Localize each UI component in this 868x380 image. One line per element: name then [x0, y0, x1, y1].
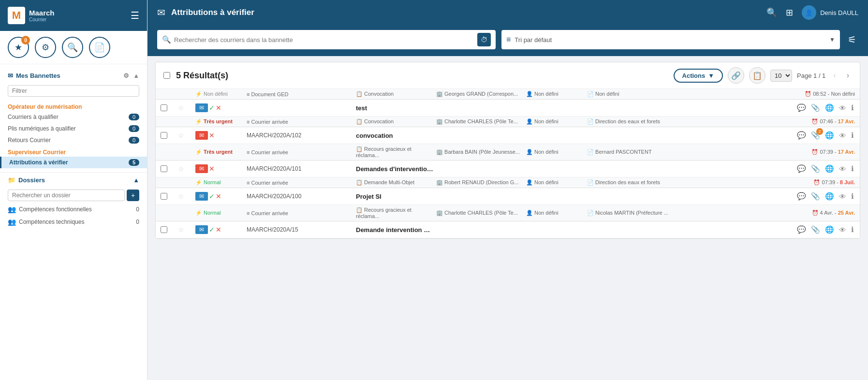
users-icon: 👥	[8, 205, 16, 213]
row5-env-blue: ✉	[195, 225, 208, 234]
row2-comment-icon[interactable]: 💬	[796, 130, 807, 141]
search-input[interactable]	[174, 36, 477, 44]
folders-header[interactable]: 📁 Dossiers ▲	[0, 172, 147, 188]
row5-info-icon[interactable]: ℹ	[850, 224, 855, 235]
favorites-button[interactable]: ★ 0	[8, 37, 29, 58]
copy-button[interactable]: 📋	[749, 67, 765, 84]
row2-actions: 💬 📎 2 🌐 👁 ℹ	[677, 130, 855, 141]
results-panel: 5 Résultat(s) Actions ▼ 🔗 📋 10 25 50 Pag…	[155, 62, 860, 239]
page-info: Page 1 / 1	[797, 72, 825, 79]
row5-tree-icon[interactable]: 🌐	[824, 224, 835, 235]
prev-page-button[interactable]: ‹	[830, 70, 839, 81]
row2-info-icon[interactable]: ℹ	[850, 130, 855, 141]
col-time-5: ⏰ 4 Avr. - 25 Avr.	[677, 210, 855, 216]
sidebar-item-comp-tech[interactable]: 👥 Compétences techniques 0	[0, 216, 147, 228]
row4-star[interactable]: ☆	[178, 192, 192, 200]
folder-add-button[interactable]: +	[127, 190, 139, 201]
row5-actions: 💬 📎 🌐 👁 ℹ	[677, 224, 855, 235]
col-priority-3: ⚡ Très urgent	[195, 149, 244, 155]
search-button[interactable]: 🔍	[62, 37, 83, 58]
row5-comment-icon[interactable]: 💬	[796, 224, 807, 235]
row5-attach-icon[interactable]: 📎	[810, 224, 821, 235]
col-sender-5: 🏢 Charlotte CHARLES (Pôle Te...	[436, 210, 523, 216]
grid-nav-icon[interactable]: ⊞	[786, 7, 793, 18]
row4-checkbox[interactable]	[161, 193, 167, 200]
row5-eye-icon[interactable]: 👁	[838, 225, 847, 235]
top-nav: ✉ Attributions à vérifier 🔍 ⊞ 👤 Denis DA…	[147, 0, 868, 25]
col-time-1: ⏰ 08:52 - Non défini	[677, 91, 855, 97]
folder-chevron-icon[interactable]: ▲	[133, 176, 139, 184]
row1-star[interactable]: ☆	[178, 104, 192, 112]
col-category-2: 📋 Convocation	[356, 118, 433, 125]
col-sender-4: 🏢 Robert RENAUD (Direction G...	[436, 179, 523, 186]
search-icon: 🔍	[162, 35, 171, 44]
row3-tree-icon[interactable]: 🌐	[824, 163, 835, 174]
col-sender-3: 🏢 Barbara BAIN (Pôle Jeunesse...	[436, 149, 523, 155]
row1-checkbox[interactable]	[161, 104, 167, 111]
results-right: Actions ▼ 🔗 📋 10 25 50 Page 1 / 1 ‹ ›	[674, 67, 852, 84]
gear-icon[interactable]: ⚙	[123, 72, 129, 79]
filter-icon[interactable]: ⚟	[846, 32, 858, 47]
row3-star[interactable]: ☆	[178, 165, 192, 173]
sidebar-item-qualifier[interactable]: Courriers à qualifier 0	[0, 111, 147, 123]
row1-icons: ✉ ✓ ✕	[195, 103, 244, 112]
row3-actions: 💬 📎 🌐 👁 ℹ	[677, 163, 855, 174]
settings-button[interactable]: ⚙	[35, 37, 56, 58]
col-entity-4: 📄 Direction des eaux et forets	[587, 179, 674, 186]
row2-star[interactable]: ☆	[178, 132, 192, 139]
filter-input[interactable]	[8, 85, 139, 97]
hamburger-icon[interactable]: ☰	[131, 10, 139, 21]
row2-eye-icon[interactable]: 👁	[838, 131, 847, 141]
sort-select-wrap[interactable]: ≡ Tri par défaut ▼	[501, 30, 840, 49]
row1-tree-icon[interactable]: 🌐	[824, 102, 835, 113]
sidebar-item-comp-fonc[interactable]: 👥 Compétences fonctionnelles 0	[0, 203, 147, 216]
filter-wrap	[0, 83, 147, 101]
row1-eye-icon[interactable]: 👁	[838, 103, 847, 113]
row3-eye-icon[interactable]: 👁	[838, 164, 847, 174]
row4-info-icon[interactable]: ℹ	[850, 191, 855, 202]
col-category-3: 📋 Recours gracieux et réclama...	[356, 146, 433, 158]
row3-env-red: ✉	[195, 164, 208, 173]
add-button[interactable]: 📄	[89, 37, 110, 58]
sidebar-item-plis[interactable]: Plis numériques à qualifier 0	[0, 123, 147, 134]
row5-star[interactable]: ☆	[178, 226, 192, 234]
row2-x-icon: ✕	[209, 132, 215, 139]
row4-comment-icon[interactable]: 💬	[796, 191, 807, 202]
next-page-button[interactable]: ›	[844, 70, 852, 81]
row1-attach-icon[interactable]: 📎	[810, 102, 821, 113]
row3-attach-icon[interactable]: 📎	[810, 163, 821, 174]
row2-tree-icon[interactable]: 🌐	[824, 130, 835, 141]
sidebar-item-retours[interactable]: Retours Courrier 0	[0, 134, 147, 146]
header-row-5: ⚡ Normal ≡ Courrier arrivée 📋 Recours gr…	[156, 205, 860, 221]
chevron-up-icon[interactable]: ▲	[133, 72, 139, 79]
row4-eye-icon[interactable]: 👁	[838, 191, 847, 202]
col-entity-5: 📄 Nicolas MARTIN (Préfecture ...	[587, 210, 674, 216]
row5-checkbox[interactable]	[161, 226, 167, 233]
link-button[interactable]: 🔗	[728, 67, 744, 84]
logo-text: Maarch Courrier	[29, 9, 55, 22]
row1-comment-icon[interactable]: 💬	[796, 102, 807, 113]
per-page-select[interactable]: 10 25 50	[770, 70, 792, 82]
folder-search-input[interactable]	[8, 190, 125, 201]
row3-checkbox[interactable]	[161, 165, 167, 172]
row4-attach-icon[interactable]: 📎	[810, 191, 821, 202]
row4-tree-icon[interactable]: 🌐	[824, 191, 835, 202]
col-type-1: ≡ Document GED	[247, 91, 353, 97]
search-nav-icon[interactable]: 🔍	[766, 7, 777, 18]
row3-comment-icon[interactable]: 💬	[796, 163, 807, 174]
bannettes-header: ✉ Mes Bannettes ⚙ ▲	[0, 68, 147, 83]
row2-checkbox[interactable]	[161, 132, 167, 139]
row3-info-icon[interactable]: ℹ	[850, 163, 855, 174]
actions-button[interactable]: Actions ▼	[674, 69, 723, 83]
search-submit-button[interactable]: ⏱	[477, 33, 491, 46]
row2-attach-badge: 2	[816, 128, 823, 135]
col-assignee-3: 👤 Non défini	[526, 149, 584, 155]
row1-info-icon[interactable]: ℹ	[850, 102, 855, 113]
col-sender-2: 🏢 Charlotte CHARLES (Pôle Te...	[436, 118, 523, 125]
row4-x-icon: ✕	[216, 192, 221, 200]
user-avatar: 👤	[802, 5, 816, 20]
select-all-checkbox[interactable]	[163, 72, 170, 79]
sidebar-item-attributions[interactable]: Attributions à vérifier 5	[0, 157, 147, 168]
row2-attach-icon[interactable]: 📎 2	[810, 130, 821, 141]
col-assignee-5: 👤 Non défini	[526, 210, 584, 216]
